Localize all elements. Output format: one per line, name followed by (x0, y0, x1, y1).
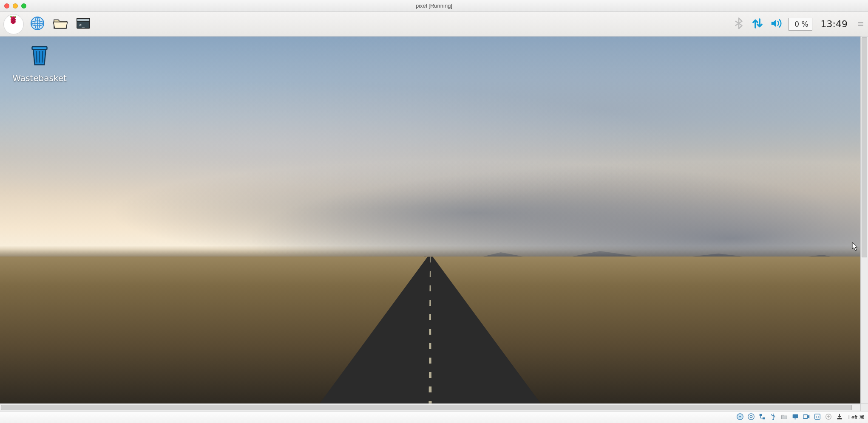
svg-text:U: U (816, 415, 819, 419)
window-title: pixel [Running] (0, 3, 868, 9)
wastebasket-label: Wastebasket (8, 73, 71, 83)
zoom-button[interactable] (21, 3, 26, 8)
svg-point-5 (13, 20, 14, 21)
vbox-features-icon[interactable]: U (814, 413, 821, 422)
panel-handle-icon[interactable] (858, 21, 864, 27)
keyboard-captured-icon[interactable] (836, 413, 843, 422)
usb-icon[interactable] (769, 413, 777, 422)
vm-display: >_ (0, 12, 868, 411)
svg-point-1 (14, 19, 15, 20)
launcher-group: >_ (3, 14, 93, 34)
display-icon[interactable] (791, 413, 799, 422)
window-controls (4, 3, 26, 8)
svg-rect-29 (794, 418, 796, 419)
terminal-launcher[interactable]: >_ (74, 15, 93, 34)
mouse-integration-icon[interactable] (825, 413, 832, 422)
svg-point-24 (750, 415, 752, 417)
svg-line-20 (42, 51, 43, 63)
host-key-indicator[interactable]: Left ⌘ (847, 414, 865, 420)
svg-line-18 (37, 51, 37, 63)
vbox-indicator-group: U (736, 413, 843, 422)
svg-point-23 (748, 413, 754, 419)
scrollbar-corner (860, 403, 868, 411)
svg-point-4 (14, 21, 15, 22)
bluetooth-icon (732, 17, 745, 31)
virtualbox-statusbar: U Left ⌘ (0, 411, 868, 423)
clock[interactable]: 13:49 (818, 19, 850, 29)
vertical-scrollbar-thumb[interactable] (862, 37, 867, 257)
optical-icon[interactable] (747, 413, 755, 422)
svg-rect-26 (763, 417, 765, 419)
svg-rect-17 (32, 47, 47, 49)
volume-indicator[interactable] (770, 17, 783, 31)
svg-point-3 (12, 21, 13, 22)
close-button[interactable] (4, 3, 9, 8)
raspberry-icon (6, 16, 21, 32)
trash-icon (27, 62, 52, 69)
cpu-usage-badge[interactable]: 0 % (789, 18, 812, 31)
svg-rect-13 (77, 18, 90, 21)
svg-text:>_: >_ (79, 22, 85, 27)
taskbar: >_ (0, 12, 868, 37)
vertical-scrollbar[interactable] (860, 37, 868, 403)
desktop-area[interactable]: Wastebasket (0, 37, 860, 403)
shared-folder-icon[interactable] (780, 413, 788, 422)
svg-rect-34 (837, 418, 842, 419)
svg-rect-15 (858, 22, 863, 23)
svg-rect-16 (858, 25, 863, 26)
bluetooth-indicator[interactable] (732, 17, 745, 31)
speaker-icon (770, 17, 783, 31)
application-menu-button[interactable] (3, 14, 24, 34)
svg-point-2 (13, 18, 14, 19)
network-indicator[interactable] (751, 17, 764, 31)
svg-point-27 (772, 418, 774, 420)
terminal-icon: >_ (75, 15, 92, 34)
wastebasket-icon[interactable]: Wastebasket (8, 42, 71, 83)
mac-titlebar: pixel [Running] (0, 0, 868, 12)
harddisk-icon[interactable] (736, 413, 744, 422)
svg-point-22 (739, 416, 741, 417)
network-vbox-icon[interactable] (758, 413, 766, 422)
horizontal-scrollbar-thumb[interactable] (1, 405, 852, 410)
svg-rect-25 (759, 414, 761, 416)
minimize-button[interactable] (13, 3, 18, 8)
globe-icon (29, 15, 46, 34)
host-key-label: Left ⌘ (848, 414, 865, 420)
svg-rect-28 (792, 414, 798, 418)
file-manager-launcher[interactable] (51, 15, 70, 34)
svg-point-0 (12, 19, 13, 20)
svg-point-6 (13, 22, 14, 23)
recording-icon[interactable] (803, 413, 810, 422)
horizontal-scrollbar[interactable] (0, 403, 860, 411)
web-browser-launcher[interactable] (28, 15, 47, 34)
network-updown-icon (751, 17, 764, 31)
svg-rect-30 (803, 415, 808, 418)
folder-icon (52, 15, 69, 34)
system-tray: 0 % 13:49 (732, 17, 864, 31)
